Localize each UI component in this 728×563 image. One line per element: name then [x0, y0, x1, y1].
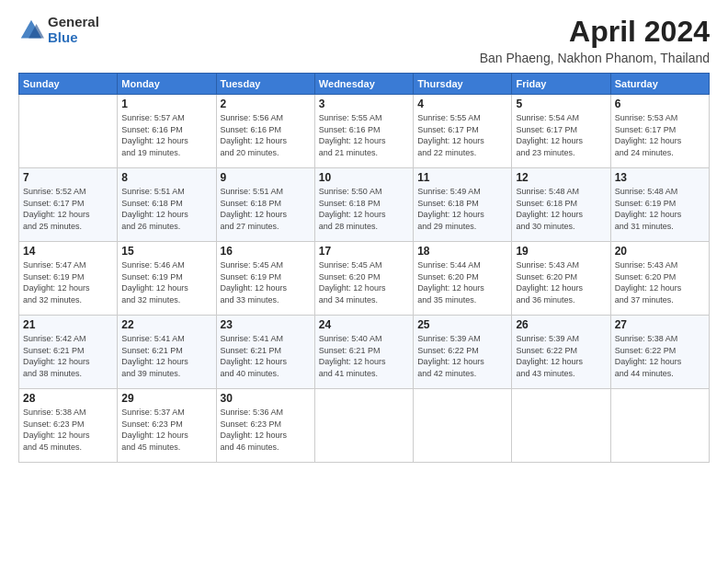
location: Ban Phaeng, Nakhon Phanom, Thailand	[480, 51, 710, 65]
day-info: Sunrise: 5:43 AM Sunset: 6:20 PM Dayligh…	[516, 259, 606, 305]
day-info: Sunrise: 5:46 AM Sunset: 6:19 PM Dayligh…	[121, 259, 211, 305]
page: General Blue April 2024 Ban Phaeng, Nakh…	[0, 0, 728, 563]
day-info: Sunrise: 5:47 AM Sunset: 6:19 PM Dayligh…	[23, 259, 113, 305]
day-cell	[314, 389, 413, 463]
day-info: Sunrise: 5:48 AM Sunset: 6:19 PM Dayligh…	[615, 186, 705, 232]
day-info: Sunrise: 5:43 AM Sunset: 6:20 PM Dayligh…	[615, 259, 705, 305]
day-header-monday: Monday	[118, 74, 216, 95]
day-number: 22	[121, 318, 211, 331]
day-info: Sunrise: 5:55 AM Sunset: 6:17 PM Dayligh…	[417, 112, 507, 158]
day-cell: 6Sunrise: 5:53 AM Sunset: 6:17 PM Daylig…	[610, 95, 709, 168]
day-cell: 29Sunrise: 5:37 AM Sunset: 6:23 PM Dayli…	[118, 389, 216, 463]
day-cell: 3Sunrise: 5:55 AM Sunset: 6:16 PM Daylig…	[314, 95, 413, 168]
day-number: 1	[121, 98, 211, 110]
week-row-4: 21Sunrise: 5:42 AM Sunset: 6:21 PM Dayli…	[19, 316, 710, 389]
day-number: 29	[121, 392, 211, 405]
day-info: Sunrise: 5:40 AM Sunset: 6:21 PM Dayligh…	[319, 333, 409, 379]
day-cell: 17Sunrise: 5:45 AM Sunset: 6:20 PM Dayli…	[314, 242, 413, 316]
day-info: Sunrise: 5:51 AM Sunset: 6:18 PM Dayligh…	[221, 186, 311, 232]
day-cell: 4Sunrise: 5:55 AM Sunset: 6:17 PM Daylig…	[414, 95, 512, 168]
day-number: 30	[221, 392, 311, 405]
day-info: Sunrise: 5:54 AM Sunset: 6:17 PM Dayligh…	[516, 112, 606, 158]
day-cell: 12Sunrise: 5:48 AM Sunset: 6:18 PM Dayli…	[512, 168, 610, 242]
day-header-tuesday: Tuesday	[216, 74, 314, 95]
month-title: April 2024	[480, 15, 710, 49]
day-cell: 5Sunrise: 5:54 AM Sunset: 6:17 PM Daylig…	[512, 95, 610, 168]
logo-general: General	[48, 15, 99, 30]
day-number: 6	[615, 98, 705, 110]
day-cell: 13Sunrise: 5:48 AM Sunset: 6:19 PM Dayli…	[610, 168, 709, 242]
day-number: 25	[417, 318, 507, 331]
day-info: Sunrise: 5:55 AM Sunset: 6:16 PM Dayligh…	[319, 112, 409, 158]
day-info: Sunrise: 5:52 AM Sunset: 6:17 PM Dayligh…	[23, 186, 113, 232]
day-number: 23	[221, 318, 311, 331]
logo-blue: Blue	[48, 30, 99, 46]
day-number: 4	[417, 98, 507, 110]
day-info: Sunrise: 5:41 AM Sunset: 6:21 PM Dayligh…	[221, 333, 311, 379]
day-number: 3	[319, 98, 409, 110]
day-info: Sunrise: 5:38 AM Sunset: 6:22 PM Dayligh…	[615, 333, 705, 379]
day-info: Sunrise: 5:39 AM Sunset: 6:22 PM Dayligh…	[516, 333, 606, 379]
day-number: 26	[516, 318, 606, 331]
day-cell: 18Sunrise: 5:44 AM Sunset: 6:20 PM Dayli…	[414, 242, 512, 316]
day-info: Sunrise: 5:44 AM Sunset: 6:20 PM Dayligh…	[417, 259, 507, 305]
day-cell: 7Sunrise: 5:52 AM Sunset: 6:17 PM Daylig…	[19, 168, 118, 242]
header: General Blue April 2024 Ban Phaeng, Nakh…	[18, 15, 710, 65]
day-info: Sunrise: 5:41 AM Sunset: 6:21 PM Dayligh…	[121, 333, 211, 379]
day-header-wednesday: Wednesday	[314, 74, 413, 95]
logo-icon	[18, 17, 44, 43]
day-number: 8	[121, 171, 211, 184]
day-number: 20	[615, 245, 705, 258]
day-info: Sunrise: 5:37 AM Sunset: 6:23 PM Dayligh…	[121, 407, 211, 453]
day-cell: 15Sunrise: 5:46 AM Sunset: 6:19 PM Dayli…	[118, 242, 216, 316]
day-header-sunday: Sunday	[19, 74, 118, 95]
day-number: 13	[615, 171, 705, 184]
day-info: Sunrise: 5:48 AM Sunset: 6:18 PM Dayligh…	[516, 186, 606, 232]
calendar-table: SundayMondayTuesdayWednesdayThursdayFrid…	[18, 73, 710, 463]
day-info: Sunrise: 5:50 AM Sunset: 6:18 PM Dayligh…	[319, 186, 409, 232]
day-info: Sunrise: 5:36 AM Sunset: 6:23 PM Dayligh…	[221, 407, 311, 453]
day-cell: 23Sunrise: 5:41 AM Sunset: 6:21 PM Dayli…	[216, 316, 314, 389]
day-cell	[19, 95, 118, 168]
day-cell: 28Sunrise: 5:38 AM Sunset: 6:23 PM Dayli…	[19, 389, 118, 463]
day-info: Sunrise: 5:56 AM Sunset: 6:16 PM Dayligh…	[221, 112, 311, 158]
day-cell: 26Sunrise: 5:39 AM Sunset: 6:22 PM Dayli…	[512, 316, 610, 389]
day-info: Sunrise: 5:45 AM Sunset: 6:20 PM Dayligh…	[319, 259, 409, 305]
day-number: 14	[23, 245, 113, 258]
day-header-saturday: Saturday	[610, 74, 709, 95]
day-header-thursday: Thursday	[414, 74, 512, 95]
day-cell: 2Sunrise: 5:56 AM Sunset: 6:16 PM Daylig…	[216, 95, 314, 168]
day-cell: 27Sunrise: 5:38 AM Sunset: 6:22 PM Dayli…	[610, 316, 709, 389]
day-cell: 16Sunrise: 5:45 AM Sunset: 6:19 PM Dayli…	[216, 242, 314, 316]
day-cell	[414, 389, 512, 463]
header-row: SundayMondayTuesdayWednesdayThursdayFrid…	[19, 74, 710, 95]
day-number: 9	[221, 171, 311, 184]
day-number: 15	[121, 245, 211, 258]
day-info: Sunrise: 5:45 AM Sunset: 6:19 PM Dayligh…	[221, 259, 311, 305]
day-number: 28	[23, 392, 113, 405]
day-header-friday: Friday	[512, 74, 610, 95]
day-cell: 25Sunrise: 5:39 AM Sunset: 6:22 PM Dayli…	[414, 316, 512, 389]
day-info: Sunrise: 5:51 AM Sunset: 6:18 PM Dayligh…	[121, 186, 211, 232]
day-number: 7	[23, 171, 113, 184]
day-number: 24	[319, 318, 409, 331]
day-cell: 14Sunrise: 5:47 AM Sunset: 6:19 PM Dayli…	[19, 242, 118, 316]
logo: General Blue	[18, 15, 99, 45]
day-cell: 30Sunrise: 5:36 AM Sunset: 6:23 PM Dayli…	[216, 389, 314, 463]
day-cell: 21Sunrise: 5:42 AM Sunset: 6:21 PM Dayli…	[19, 316, 118, 389]
day-cell: 20Sunrise: 5:43 AM Sunset: 6:20 PM Dayli…	[610, 242, 709, 316]
day-info: Sunrise: 5:39 AM Sunset: 6:22 PM Dayligh…	[417, 333, 507, 379]
day-cell	[610, 389, 709, 463]
day-cell: 24Sunrise: 5:40 AM Sunset: 6:21 PM Dayli…	[314, 316, 413, 389]
day-cell: 22Sunrise: 5:41 AM Sunset: 6:21 PM Dayli…	[118, 316, 216, 389]
day-info: Sunrise: 5:38 AM Sunset: 6:23 PM Dayligh…	[23, 407, 113, 453]
day-info: Sunrise: 5:53 AM Sunset: 6:17 PM Dayligh…	[615, 112, 705, 158]
week-row-2: 7Sunrise: 5:52 AM Sunset: 6:17 PM Daylig…	[19, 168, 710, 242]
day-cell	[512, 389, 610, 463]
week-row-1: 1Sunrise: 5:57 AM Sunset: 6:16 PM Daylig…	[19, 95, 710, 168]
day-number: 10	[319, 171, 409, 184]
day-info: Sunrise: 5:42 AM Sunset: 6:21 PM Dayligh…	[23, 333, 113, 379]
day-cell: 10Sunrise: 5:50 AM Sunset: 6:18 PM Dayli…	[314, 168, 413, 242]
day-cell: 19Sunrise: 5:43 AM Sunset: 6:20 PM Dayli…	[512, 242, 610, 316]
title-area: April 2024 Ban Phaeng, Nakhon Phanom, Th…	[480, 15, 710, 65]
